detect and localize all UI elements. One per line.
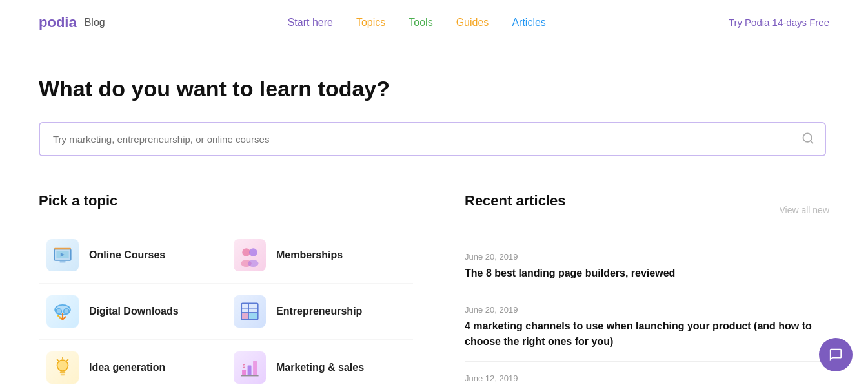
hero-heading: What do you want to learn today?	[39, 76, 829, 101]
idea-generation-icon	[46, 351, 79, 384]
article-title-2[interactable]: 4 marketing channels to use when launchi…	[465, 319, 829, 350]
article-date-3: June 12, 2019	[465, 373, 829, 383]
topic-label-online-courses: Online Courses	[89, 249, 165, 261]
article-date-2: June 20, 2019	[465, 305, 829, 315]
svg-rect-36	[253, 361, 257, 375]
marketing-icon: $	[234, 351, 266, 384]
nav-link-articles[interactable]: Articles	[512, 17, 545, 28]
articles-section: Recent articles View all new June 20, 20…	[465, 193, 829, 387]
nav-links: Start here Topics Tools Guides Articles	[288, 17, 546, 28]
svg-rect-30	[61, 374, 65, 375]
online-courses-icon	[46, 239, 79, 271]
svg-point-20	[59, 317, 61, 319]
svg-point-8	[242, 248, 250, 256]
svg-rect-35	[248, 366, 252, 375]
article-title-1[interactable]: The 8 best landing page builders, review…	[465, 266, 829, 281]
view-all-button[interactable]: View all new	[779, 205, 829, 215]
topic-item-entrepreneurship[interactable]: Entrepreneurship	[226, 284, 413, 340]
svg-line-32	[67, 359, 68, 361]
svg-rect-29	[60, 371, 66, 373]
topic-label-entrepreneurship: Entrepreneurship	[276, 306, 362, 317]
entrepreneurship-icon	[234, 295, 266, 328]
article-item-2: June 20, 2019 4 marketing channels to us…	[465, 293, 829, 362]
search-input[interactable]	[40, 123, 825, 155]
search-icon	[802, 132, 814, 147]
nav-link-start[interactable]: Start here	[288, 17, 333, 28]
topic-item-marketing-sales[interactable]: $ Marketing & sales	[226, 340, 413, 387]
nav-link-tools[interactable]: Tools	[409, 17, 432, 28]
topics-grid: Online Courses Memberships	[39, 227, 413, 387]
svg-point-11	[248, 260, 258, 267]
topics-heading: Pick a topic	[39, 193, 413, 209]
memberships-icon	[234, 239, 266, 271]
svg-rect-5	[59, 262, 66, 263]
hero-section: What do you want to learn today?	[0, 45, 868, 177]
topic-label-marketing-sales: Marketing & sales	[276, 362, 364, 373]
digital-downloads-icon	[46, 295, 79, 328]
svg-rect-7	[54, 248, 71, 249]
articles-header: Recent articles View all new	[465, 193, 829, 227]
svg-rect-34	[242, 370, 246, 375]
svg-text:$: $	[243, 364, 245, 369]
nav-link-topics[interactable]: Topics	[356, 17, 385, 28]
nav-blog-label: Blog	[85, 17, 105, 28]
svg-point-9	[249, 248, 257, 256]
nav-cta-button[interactable]: Try Podia 14-days Free	[729, 17, 829, 28]
topic-label-memberships: Memberships	[276, 249, 343, 261]
topics-section: Pick a topic Online Courses	[39, 193, 413, 387]
main-content: Pick a topic Online Courses	[0, 177, 868, 387]
nav-left: podia Blog	[39, 14, 105, 31]
article-date-1: June 20, 2019	[465, 252, 829, 262]
topic-item-idea-generation[interactable]: Idea generation	[39, 340, 226, 387]
nav-link-guides[interactable]: Guides	[456, 17, 489, 28]
search-wrapper	[39, 122, 826, 156]
topic-item-online-courses[interactable]: Online Courses	[39, 227, 226, 284]
article-item-1: June 20, 2019 The 8 best landing page bu…	[465, 240, 829, 293]
topic-item-memberships[interactable]: Memberships	[226, 227, 413, 284]
svg-line-1	[811, 140, 813, 143]
svg-line-33	[57, 359, 59, 361]
article-item-3: June 12, 2019	[465, 362, 829, 387]
navbar: podia Blog Start here Topics Tools Guide…	[0, 0, 868, 45]
svg-rect-26	[242, 313, 248, 319]
topic-item-digital-downloads[interactable]: Digital Downloads	[39, 284, 226, 340]
articles-heading: Recent articles	[465, 193, 566, 209]
svg-rect-25	[249, 313, 257, 319]
chat-button[interactable]	[819, 338, 853, 371]
svg-point-19	[57, 315, 59, 317]
logo[interactable]: podia	[39, 14, 77, 31]
topic-label-digital-downloads: Digital Downloads	[89, 306, 179, 317]
topic-label-idea-generation: Idea generation	[89, 362, 165, 373]
